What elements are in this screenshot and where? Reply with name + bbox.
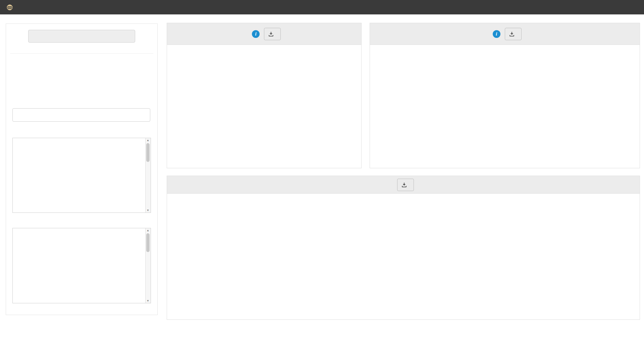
insane-logo-icon <box>6 4 13 11</box>
insulin-secretion-panel <box>167 176 640 320</box>
app-brand <box>0 0 22 14</box>
files-scrollbar[interactable]: ▲ ▼ <box>145 138 151 213</box>
results-panel-header: i <box>370 23 640 45</box>
scroll-down-icon[interactable]: ▼ <box>146 299 150 303</box>
reference-download-button[interactable] <box>264 28 281 40</box>
navbar <box>0 0 644 14</box>
show-issues-button[interactable] <box>28 30 135 43</box>
experiments-scrollbar[interactable]: ▲ ▼ <box>145 228 151 303</box>
reference-violin-chart <box>167 45 361 168</box>
reference-distribution-panel: i <box>167 23 362 168</box>
scrollbar-thumb[interactable] <box>146 233 150 252</box>
scrollbar-thumb[interactable] <box>146 143 150 162</box>
download-icon <box>509 32 514 37</box>
secretion-download-button[interactable] <box>397 179 414 191</box>
sidebar: ▲ ▼ ▲ ▼ <box>6 23 158 315</box>
scroll-up-icon[interactable]: ▲ <box>146 228 150 233</box>
available-experiments-listbox[interactable]: ▲ ▼ <box>12 228 151 303</box>
optical-density-boxplot-chart <box>171 215 406 319</box>
download-icon <box>269 32 273 37</box>
scroll-up-icon[interactable]: ▲ <box>146 138 150 142</box>
secretion-results-panel: i <box>370 23 640 168</box>
results-download-button[interactable] <box>505 28 522 40</box>
info-icon[interactable]: i <box>252 30 260 38</box>
results-facet-boxplot-chart <box>370 45 639 168</box>
available-files-listbox[interactable]: ▲ ▼ <box>12 138 151 213</box>
percent-content-boxplot-chart <box>402 215 637 319</box>
threshold-input[interactable] <box>12 108 150 122</box>
scroll-down-icon[interactable]: ▼ <box>146 208 150 213</box>
secretion-panel-header <box>167 176 640 194</box>
info-icon[interactable]: i <box>493 30 500 38</box>
reference-panel-header: i <box>167 23 361 45</box>
download-icon <box>402 182 407 187</box>
sidebar-divider <box>10 53 153 54</box>
